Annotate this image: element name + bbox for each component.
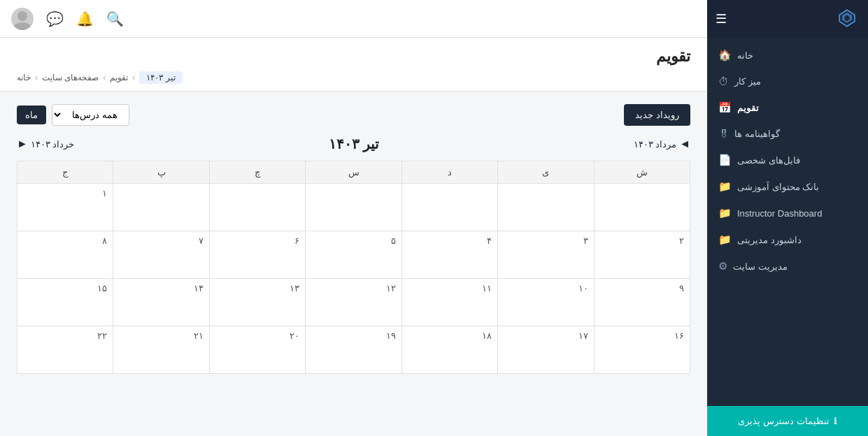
weekday-wed: چ — [209, 161, 305, 184]
sidebar-item-certificates[interactable]: گواهینامه ها 🎖 — [707, 121, 868, 147]
table-row[interactable]: ۵ — [306, 231, 401, 279]
content-area: تقویم خانه › صفحه‌های سایت › تقویم › تیر… — [0, 38, 707, 436]
table-row[interactable]: ۶ — [209, 231, 305, 279]
table-row[interactable]: ۴ — [401, 231, 497, 279]
table-row[interactable]: ۱۸ — [401, 326, 497, 374]
table-row[interactable]: ۱۲ — [306, 279, 401, 326]
breadcrumb: خانه › صفحه‌های سایت › تقویم › تیر ۱۴۰۳ — [17, 71, 690, 84]
table-row[interactable]: ۱ — [17, 184, 113, 231]
accessibility-label: تنظیمات دسترس پذیری — [738, 416, 829, 426]
site-management-icon: ⚙ — [718, 260, 727, 272]
table-row[interactable]: ۱۶ — [594, 326, 690, 374]
weekday-tue: س — [306, 161, 401, 184]
bell-icon[interactable]: 🔔 — [76, 10, 94, 27]
sidebar-item-instructor-dashboard[interactable]: Instructor Dashboard 📁 — [707, 200, 868, 226]
table-row[interactable]: ۲ — [594, 231, 690, 279]
page-header: تقویم خانه › صفحه‌های سایت › تقویم › تیر… — [0, 38, 707, 92]
day-number: ۶ — [215, 235, 299, 246]
day-number: ۱ — [23, 188, 107, 198]
calendar-icon: 📅 — [718, 101, 732, 114]
desk-icon: ⏱ — [718, 75, 729, 87]
content-bank-icon: 📁 — [718, 180, 732, 193]
breadcrumb-home[interactable]: خانه — [17, 73, 31, 82]
sidebar-menu-toggle[interactable]: ☰ — [716, 11, 727, 27]
courses-select[interactable]: همه درس‌ها — [52, 104, 129, 126]
table-row[interactable]: ۱۳ — [209, 279, 305, 326]
weekday-sat: ش — [594, 161, 690, 184]
day-number: ۸ — [23, 235, 107, 246]
table-row[interactable]: ۹ — [594, 279, 690, 326]
table-row[interactable]: ۸ — [17, 231, 113, 279]
table-row[interactable]: ۲۰ — [209, 326, 305, 374]
day-number: ۷ — [119, 235, 203, 246]
weekday-mon: د — [401, 161, 497, 184]
table-row[interactable]: ۱۴ — [113, 279, 209, 326]
certificates-icon: 🎖 — [718, 128, 729, 140]
next-month-button[interactable]: خرداد ۱۴۰۳ ► — [17, 138, 74, 150]
chat-icon[interactable]: 💬 — [46, 10, 64, 27]
sidebar-item-personal-files[interactable]: فایل‌های شخصی 📄 — [707, 147, 868, 173]
table-row[interactable]: ۲۱ — [113, 326, 209, 374]
table-row[interactable] — [209, 184, 305, 231]
day-number: ۱۵ — [23, 283, 107, 293]
table-row[interactable] — [498, 184, 594, 231]
day-number: ۱۶ — [600, 330, 684, 341]
day-number: ۱۱ — [408, 283, 492, 293]
main-content: 💬 🔔 🔍 تقویم خانه › صفحه‌های سایت › تقویم… — [0, 0, 707, 436]
day-number: ۱۳ — [215, 283, 299, 293]
prev-arrow-icon: ◄ — [679, 138, 690, 150]
next-arrow-icon: ► — [17, 138, 28, 150]
page-title: تقویم — [17, 48, 690, 66]
table-row[interactable]: ۲۲ — [17, 326, 113, 374]
table-row[interactable]: ۱۹ — [306, 326, 401, 374]
sidebar-accessibility-settings[interactable]: ℹ تنظیمات دسترس پذیری — [707, 406, 868, 436]
breadcrumb-site-pages[interactable]: صفحه‌های سایت — [42, 73, 99, 82]
table-row[interactable] — [113, 184, 209, 231]
weekday-thu: پ — [113, 161, 209, 184]
search-icon[interactable]: 🔍 — [106, 10, 124, 27]
table-row[interactable]: ۱۱ — [401, 279, 497, 326]
table-row[interactable] — [306, 184, 401, 231]
sidebar-nav: خانه 🏠 میز کار ⏱ تقویم 📅 گواهینامه ها 🎖 … — [707, 38, 868, 406]
breadcrumb-calendar[interactable]: تقویم — [110, 73, 128, 82]
new-event-button[interactable]: رویداد جدید — [624, 104, 690, 126]
day-number: ۵ — [311, 235, 395, 246]
table-row[interactable]: ۱۵ — [17, 279, 113, 326]
prev-month-button[interactable]: ◄ مرداد ۱۴۰۳ — [634, 138, 690, 150]
sidebar-item-admin-dashboard[interactable]: داشبورد مدیریتی 📁 — [707, 226, 868, 253]
day-number: ۴ — [408, 235, 492, 246]
day-number: ۱۰ — [504, 283, 588, 293]
sidebar-item-site-management[interactable]: مدیریت سایت ⚙ — [707, 253, 868, 279]
current-month-title: تیر ۱۴۰۳ — [329, 136, 380, 152]
sidebar-item-home[interactable]: خانه 🏠 — [707, 42, 868, 68]
day-number: ۱۸ — [408, 330, 492, 341]
day-number: ۱۲ — [311, 283, 395, 293]
topbar: 💬 🔔 🔍 — [0, 0, 707, 38]
day-number: ۱۴ — [119, 283, 203, 293]
sidebar-item-content-bank[interactable]: بانک محتوای آموزشی 📁 — [707, 173, 868, 200]
info-icon: ℹ — [834, 416, 837, 426]
table-row[interactable] — [594, 184, 690, 231]
calendar-table: ش ی د س چ پ ج ۱۲۳۴۵۶۷۸۹۱۰۱۱۱۲۱۳۱۴۱۵۱۶۱۷۱… — [17, 161, 690, 374]
weekday-fri: ج — [17, 161, 113, 184]
table-row[interactable]: ۷ — [113, 231, 209, 279]
day-number: ۲ — [600, 235, 684, 246]
instructor-dashboard-icon: 📁 — [718, 207, 732, 219]
calendar-filter: همه درس‌ها ماه — [17, 104, 129, 126]
view-month-button[interactable]: ماه — [17, 106, 46, 124]
home-icon: 🏠 — [718, 49, 732, 61]
table-row[interactable]: ۱۰ — [498, 279, 594, 326]
sidebar-item-calendar[interactable]: تقویم 📅 — [707, 94, 868, 121]
breadcrumb-current: تیر ۱۴۰۳ — [139, 71, 182, 84]
day-number: ۲۲ — [23, 330, 107, 341]
calendar-controls: رویداد جدید همه درس‌ها ماه — [17, 104, 690, 126]
sidebar: ☰ خانه 🏠 میز کار ⏱ تقویم 📅 گواهینامه ها … — [707, 0, 868, 436]
table-row[interactable]: ۱۷ — [498, 326, 594, 374]
day-number: ۲۱ — [119, 330, 203, 341]
admin-dashboard-icon: 📁 — [718, 233, 732, 246]
svg-point-2 — [14, 22, 31, 30]
table-row[interactable] — [401, 184, 497, 231]
avatar[interactable] — [11, 8, 34, 30]
table-row[interactable]: ۳ — [498, 231, 594, 279]
sidebar-item-desk[interactable]: میز کار ⏱ — [707, 68, 868, 94]
